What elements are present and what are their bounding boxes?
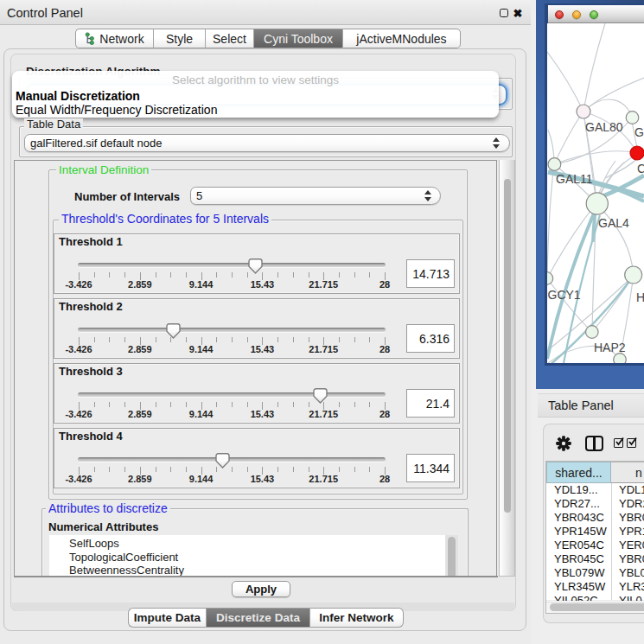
svg-text:GAL4: GAL4 — [598, 216, 629, 230]
svg-text:C: C — [637, 162, 644, 175]
svg-text:HAP2: HAP2 — [594, 341, 626, 354]
svg-text:GCY1: GCY1 — [548, 288, 581, 302]
svg-text:H: H — [636, 290, 644, 304]
svg-text:GAL80: GAL80 — [585, 120, 623, 134]
svg-text:GAL11: GAL11 — [556, 172, 593, 186]
svg-text:GA: GA — [634, 125, 644, 139]
